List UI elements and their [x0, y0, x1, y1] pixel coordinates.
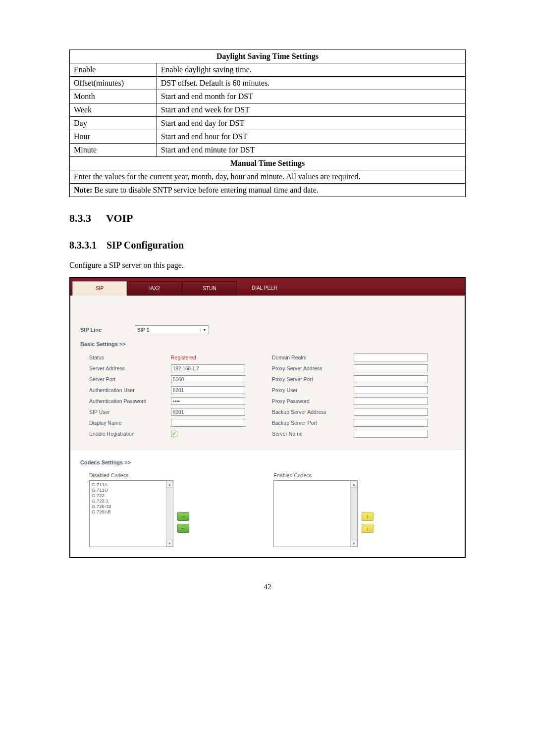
basic-settings-title: Basic Settings >>: [80, 341, 455, 347]
scrollbar[interactable]: ▲ ▼: [350, 481, 357, 547]
field-label: Proxy Password: [272, 398, 354, 404]
dst-row-desc: DST offset. Default is 60 minutes.: [157, 77, 465, 90]
field-label: Proxy User: [272, 387, 354, 393]
disabled-codecs-listbox[interactable]: G.711AG.711UG.722G.723.1G.726-32G.729AB …: [89, 480, 173, 547]
codec-item[interactable]: G.711U: [92, 487, 171, 493]
tab-iax2[interactable]: IAX2: [127, 281, 182, 296]
move-left-button[interactable]: ←: [177, 524, 189, 533]
text-input[interactable]: [354, 430, 428, 438]
settings-row: Proxy Server Address: [272, 363, 455, 374]
text-input[interactable]: 8201: [171, 408, 245, 416]
chevron-down-icon: ▼: [200, 328, 207, 332]
enabled-codecs-listbox[interactable]: ▲ ▼: [273, 480, 358, 547]
settings-row: Backup Server Port: [272, 417, 455, 428]
scroll-down-icon[interactable]: ▼: [166, 540, 173, 547]
codec-item[interactable]: G.729AB: [92, 509, 171, 514]
text-input[interactable]: 8201: [171, 386, 245, 394]
section-heading-voip: 8.3.3VOIP: [69, 212, 466, 225]
dst-row-desc: Start and end day for DST: [157, 117, 465, 130]
dst-row-label: Offset(minutes): [70, 77, 157, 90]
manual-time-note: Note: Be sure to disable SNTP service be…: [70, 184, 466, 197]
disabled-codecs-label: Disabled Codecs: [89, 472, 173, 478]
text-input[interactable]: 5060: [171, 375, 245, 383]
dst-row-label: Hour: [70, 130, 157, 144]
text-input[interactable]: [354, 386, 428, 394]
field-label: Server Name: [272, 431, 354, 437]
field-label: Backup Server Port: [272, 420, 354, 426]
field-label: Backup Server Address: [272, 409, 354, 415]
settings-row: Server Address192.168.1.2: [89, 363, 272, 374]
text-input[interactable]: [354, 353, 428, 361]
field-label: Proxy Server Address: [272, 365, 354, 371]
scroll-down-icon[interactable]: ▼: [351, 540, 357, 547]
field-label: SIP User: [89, 409, 171, 415]
move-up-button[interactable]: ↑: [362, 512, 374, 521]
settings-row: Proxy Server Port: [272, 374, 455, 385]
codecs-settings-title: Codecs Settings >>: [80, 459, 455, 465]
codec-item[interactable]: G.711A: [92, 482, 171, 487]
tab-dial-peer[interactable]: DIAL PEER: [237, 281, 292, 296]
scroll-up-icon[interactable]: ▲: [166, 481, 173, 488]
dst-row-desc: Start and end hour for DST: [157, 130, 465, 144]
sip-line-select[interactable]: SIP 1 ▼: [135, 325, 209, 334]
field-label: Authentication Password: [89, 398, 171, 404]
manual-time-header: Manual Time Settings: [70, 157, 466, 170]
settings-row: Backup Server Address: [272, 406, 455, 417]
dst-settings-table: Daylight Saving Time Settings EnableEnab…: [69, 50, 466, 197]
field-label: Proxy Server Port: [272, 376, 354, 382]
field-label: Authentication User: [89, 387, 171, 393]
move-down-button[interactable]: ↓: [362, 524, 374, 533]
text-input[interactable]: [354, 364, 428, 372]
dst-row-desc: Start and end week for DST: [157, 103, 465, 117]
tab-stun[interactable]: STUN: [182, 281, 237, 296]
settings-row: StatusRegistered: [89, 352, 272, 363]
dst-row-label: Week: [70, 103, 157, 117]
codec-item[interactable]: G.723.1: [92, 498, 171, 504]
page-number: 42: [69, 583, 466, 591]
text-input[interactable]: [171, 419, 245, 427]
basic-settings-grid: StatusRegisteredServer Address192.168.1.…: [80, 352, 455, 444]
subsection-heading-sip-config: 8.3.3.1SIP Configuration: [69, 240, 466, 251]
dst-table-header: Daylight Saving Time Settings: [70, 50, 466, 63]
voip-tabs: SIP IAX2 STUN DIAL PEER: [70, 278, 465, 296]
dst-row-label: Minute: [70, 144, 157, 157]
text-input[interactable]: [354, 397, 428, 405]
tab-sip[interactable]: SIP: [72, 281, 127, 296]
text-input[interactable]: [354, 419, 428, 427]
checkbox-input[interactable]: ✓: [171, 431, 177, 437]
codec-item[interactable]: G.726-32: [92, 504, 171, 509]
settings-row: Authentication User8201: [89, 385, 272, 396]
sip-line-value: SIP 1: [137, 327, 149, 333]
status-value: Registered: [171, 354, 196, 360]
text-input[interactable]: [354, 375, 428, 383]
scroll-up-icon[interactable]: ▲: [351, 481, 357, 488]
field-label: Enable Registration: [89, 431, 171, 437]
dst-row-desc: Start and end month for DST: [157, 90, 465, 103]
codec-item[interactable]: G.722: [92, 493, 171, 498]
settings-row: Server Port5060: [89, 374, 272, 385]
dst-row-desc: Start and end minute for DST: [157, 144, 465, 157]
settings-row: Display Name: [89, 417, 272, 428]
text-input[interactable]: ••••: [171, 397, 245, 405]
settings-row: Server Name: [272, 428, 455, 439]
dst-row-label: Month: [70, 90, 157, 103]
settings-row: SIP User8201: [89, 406, 272, 417]
sip-line-label: SIP Line: [80, 327, 135, 333]
manual-time-desc: Enter the values for the current year, m…: [70, 170, 466, 184]
field-label: Server Address: [89, 365, 171, 371]
move-right-button[interactable]: →: [177, 512, 189, 521]
enabled-codecs-label: Enabled Codecs: [273, 472, 358, 478]
voip-config-panel: SIP IAX2 STUN DIAL PEER SIP Line SIP 1 ▼…: [69, 277, 466, 558]
settings-row: Authentication Password••••: [89, 396, 272, 406]
text-input[interactable]: [354, 408, 428, 416]
text-input[interactable]: 192.168.1.2: [171, 364, 245, 372]
settings-row: Enable Registration✓: [89, 428, 272, 439]
scrollbar[interactable]: ▲ ▼: [166, 481, 173, 547]
dst-row-desc: Enable daylight saving time.: [157, 63, 465, 77]
settings-row: Proxy Password: [272, 396, 455, 406]
settings-row: Proxy User: [272, 385, 455, 396]
sip-config-intro: Configure a SIP server on this page.: [69, 261, 466, 270]
settings-row: Domain Realm: [272, 352, 455, 363]
field-label: Status: [89, 354, 171, 360]
field-label: Domain Realm: [272, 354, 354, 360]
